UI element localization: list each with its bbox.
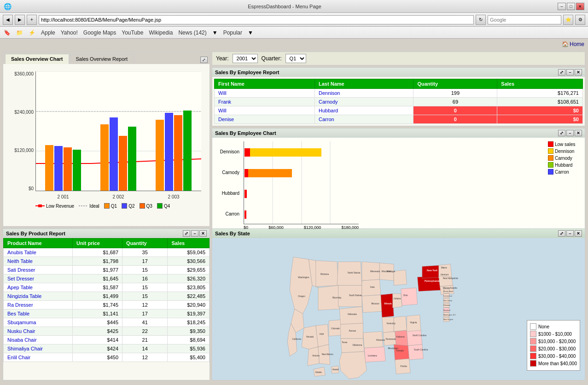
prod-price: $424 xyxy=(73,344,122,353)
prod-price: $1,687 xyxy=(73,248,122,257)
col-sales: Sales xyxy=(497,79,583,89)
y-label-0: $0 xyxy=(6,186,34,191)
tab-chart[interactable]: Sales Overview Chart xyxy=(5,54,69,64)
prod-qty: 17 xyxy=(122,309,168,318)
prod-qty: 22 xyxy=(122,327,168,336)
state-nebraska xyxy=(339,307,363,325)
bookmark-apple[interactable]: Apple xyxy=(41,29,55,36)
emp-chart-expand[interactable]: ⤢ xyxy=(558,130,565,136)
label-alabama: Alabama xyxy=(396,336,405,338)
product-table-container[interactable]: Product Name Unit price Quantity Sales A… xyxy=(3,238,210,380)
legend-20k-30k: $20,000 - $30,000 xyxy=(530,345,577,352)
minimize-button[interactable]: – xyxy=(558,3,566,10)
state-close[interactable]: ✕ xyxy=(575,230,582,237)
table-row: Nisaba Chair $414 21 $8,694 xyxy=(4,336,210,344)
svg-text:Washington, D.C.: Washington, D.C. xyxy=(443,314,456,316)
prod-sales: $19,397 xyxy=(168,309,210,318)
add-tab-button[interactable]: + xyxy=(27,15,37,25)
address-bar[interactable] xyxy=(39,15,474,24)
state-northcarolina xyxy=(407,330,422,345)
legend-carnody: Carnody xyxy=(548,155,581,161)
svg-rect-6 xyxy=(64,147,72,191)
prod-report-expand[interactable]: ⤢ xyxy=(183,230,190,237)
prod-qty: 12 xyxy=(122,353,168,362)
bookmark-googlemaps[interactable]: Google Maps xyxy=(83,29,116,36)
emp-firstname: Frank xyxy=(215,98,315,106)
label-louisiana: Louisiana xyxy=(368,355,377,357)
bookmark-popular[interactable]: Popular xyxy=(223,29,242,36)
prod-qty: 15 xyxy=(122,292,168,301)
bookmark-yahoo[interactable]: Yahoo! xyxy=(61,29,78,36)
emp-lastname: Hubbard xyxy=(315,106,413,115)
emp-report-close[interactable]: ✕ xyxy=(575,69,582,76)
settings-button[interactable]: ⚙ xyxy=(575,15,585,25)
prod-sales: $8,694 xyxy=(168,336,210,344)
svg-rect-11 xyxy=(128,127,136,191)
emp-qty: 69 xyxy=(413,98,497,106)
year-dropdown[interactable]: 2001 xyxy=(233,54,258,63)
prod-price: $1,977 xyxy=(73,266,122,274)
quarter-dropdown[interactable]: Q1 xyxy=(285,54,306,63)
state-virginia xyxy=(407,315,421,333)
emp-report-expand[interactable]: ⤢ xyxy=(558,69,565,76)
prod-name: Nisaba Chair xyxy=(4,336,73,344)
emp-qty: 0 xyxy=(413,106,497,115)
bookmark-youtube[interactable]: YouTube xyxy=(122,29,143,36)
window-controls: – □ ✕ xyxy=(558,3,584,10)
label-tennessee: Tennessee xyxy=(385,338,396,340)
legend-ideal: Ideal xyxy=(79,203,99,209)
emp-chart-close[interactable]: ✕ xyxy=(575,130,582,136)
tab-report[interactable]: Sales Overview Report xyxy=(70,54,134,64)
close-button[interactable]: ✕ xyxy=(576,3,584,10)
state-utah xyxy=(316,324,329,347)
emp-lastname: Carnody xyxy=(315,98,413,106)
label-nc: North Carolina xyxy=(413,334,426,337)
emp-sales: $108,651 xyxy=(497,98,583,106)
col-first-name: First Name xyxy=(215,79,315,89)
emp-report-min[interactable]: – xyxy=(566,69,574,76)
label-nebraska: Nebraska xyxy=(348,313,357,315)
bookmark-button[interactable]: ⭐ xyxy=(563,15,573,25)
label-wyoming: Wyoming xyxy=(332,297,342,299)
label-arkansas: Arkansas xyxy=(376,339,385,341)
search-bar[interactable] xyxy=(488,15,561,24)
product-report-header: Sales By Product Report ⤢ – ✕ xyxy=(3,229,210,238)
table-row: Will Dennison 199 $176,271 xyxy=(215,89,583,98)
col-quantity: Quantity xyxy=(413,79,497,89)
state-expand[interactable]: ⤢ xyxy=(558,230,565,237)
emp-y-carron: Carron xyxy=(216,211,239,216)
forward-button[interactable]: ▶ xyxy=(15,15,25,25)
prod-qty: 14 xyxy=(122,344,168,353)
maximize-button[interactable]: □ xyxy=(567,3,575,10)
emp-chart-bars: Dennison Carnody Hubbard Carron xyxy=(216,141,544,230)
prod-price: $1,798 xyxy=(73,257,122,266)
label-mississippi: Mississippi xyxy=(388,347,398,350)
label-nodak: North Dakota xyxy=(348,272,361,274)
employee-report-title: Sales By Employee Report xyxy=(215,70,279,75)
svg-rect-26 xyxy=(245,190,247,198)
expand-chart-button[interactable]: ⤢ xyxy=(200,57,208,63)
table-row: Shimaliya Chair $424 14 $5,936 xyxy=(4,344,210,353)
emp-firstname: Denise xyxy=(215,115,315,124)
prod-name: Neith Table xyxy=(4,257,73,266)
table-row: Will Hubbard 0 $0 xyxy=(215,106,583,115)
home-link[interactable]: 🏠 Home xyxy=(562,41,584,47)
table-row: Enlil Chair $450 12 $5,400 xyxy=(4,353,210,362)
product-table-scroll-area: Product Name Unit price Quantity Sales A… xyxy=(3,238,210,380)
svg-text:Rhode Island: Rhode Island xyxy=(443,291,453,292)
prod-report-min[interactable]: – xyxy=(191,230,198,237)
emp-chart-min[interactable]: – xyxy=(566,130,574,136)
emp-x-60k: $60,000 xyxy=(268,225,284,230)
prod-qty: 16 xyxy=(122,274,168,283)
prod-price: $1,745 xyxy=(73,301,122,309)
right-top-section: Year: 2001 Quarter: Q1 Sales By Employee… xyxy=(212,52,585,227)
employee-report-header: Sales By Employee Report ⤢ – ✕ xyxy=(212,68,585,77)
bookmark-wikipedia[interactable]: Wikipedia xyxy=(149,29,173,36)
bookmark-news[interactable]: News (142) xyxy=(178,29,206,36)
back-button[interactable]: ◀ xyxy=(3,15,13,25)
legend-q4: Q4 xyxy=(157,203,170,209)
employee-report-table: First Name Last Name Quantity Sales Will… xyxy=(214,79,583,124)
state-min[interactable]: – xyxy=(566,230,574,237)
prod-report-close[interactable]: ✕ xyxy=(199,230,207,237)
refresh-button[interactable]: ↻ xyxy=(476,15,486,25)
